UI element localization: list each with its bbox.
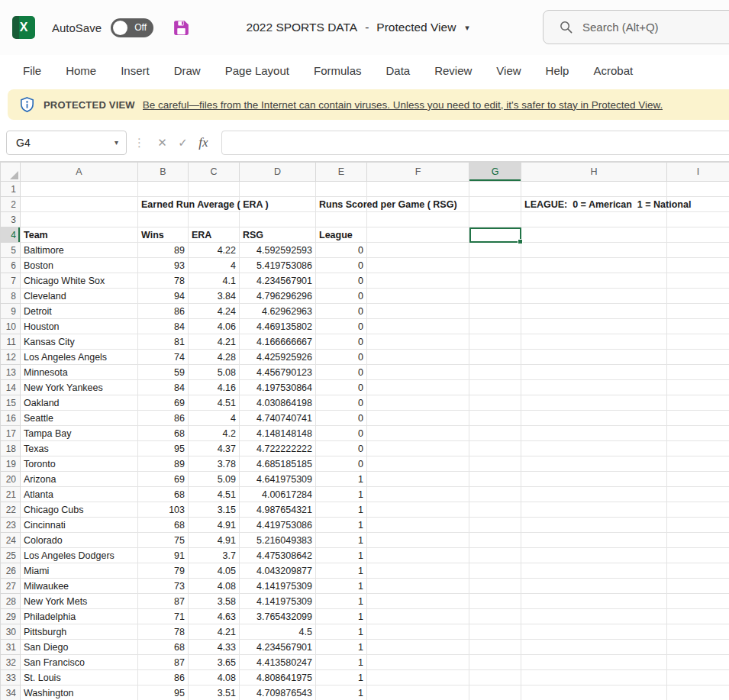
cancel-icon[interactable]: ✕ bbox=[152, 136, 173, 150]
excel-app-icon[interactable]: X bbox=[12, 16, 35, 39]
cell-G2[interactable] bbox=[469, 197, 521, 212]
cell-C5[interactable]: 4.22 bbox=[189, 243, 240, 258]
cell-E4[interactable]: League bbox=[316, 227, 367, 243]
cell-I30[interactable] bbox=[667, 624, 729, 640]
cell-F15[interactable] bbox=[367, 395, 469, 411]
cell-E24[interactable]: 1 bbox=[316, 533, 367, 548]
cell-I20[interactable] bbox=[667, 472, 729, 487]
cell-D24[interactable]: 5.216049383 bbox=[240, 533, 316, 548]
cell-B7[interactable]: 78 bbox=[138, 273, 189, 289]
cell-F7[interactable] bbox=[367, 273, 469, 289]
cell-C13[interactable]: 5.08 bbox=[189, 365, 240, 380]
cell-F6[interactable] bbox=[367, 258, 469, 273]
cell-E21[interactable]: 1 bbox=[316, 487, 367, 502]
cell-H16[interactable] bbox=[521, 411, 667, 426]
row-header-22[interactable]: 22 bbox=[1, 502, 21, 518]
cell-G28[interactable] bbox=[469, 594, 521, 609]
row-header-34[interactable]: 34 bbox=[1, 685, 21, 700]
row-header-3[interactable]: 3 bbox=[1, 212, 21, 227]
autosave-toggle[interactable]: Off bbox=[111, 18, 153, 37]
cell-B28[interactable]: 87 bbox=[138, 594, 189, 609]
row-header-9[interactable]: 9 bbox=[1, 304, 21, 319]
cell-I19[interactable] bbox=[667, 456, 729, 472]
cell-B30[interactable]: 78 bbox=[138, 624, 189, 640]
cell-F16[interactable] bbox=[367, 411, 469, 426]
column-header-I[interactable]: I bbox=[667, 163, 729, 182]
cell-E23[interactable]: 1 bbox=[316, 518, 367, 533]
cell-F29[interactable] bbox=[367, 609, 469, 624]
cell-G12[interactable] bbox=[469, 350, 521, 365]
cell-H9[interactable] bbox=[521, 304, 667, 319]
cell-D27[interactable]: 4.141975309 bbox=[240, 579, 316, 594]
cell-A2[interactable] bbox=[21, 197, 138, 212]
cell-F19[interactable] bbox=[367, 456, 469, 472]
cell-C28[interactable]: 3.58 bbox=[189, 594, 240, 609]
cell-B21[interactable]: 68 bbox=[138, 487, 189, 502]
row-header-15[interactable]: 15 bbox=[1, 395, 21, 411]
cell-I17[interactable] bbox=[667, 426, 729, 441]
cell-B6[interactable]: 93 bbox=[138, 258, 189, 273]
cell-I5[interactable] bbox=[667, 243, 729, 258]
cell-H15[interactable] bbox=[521, 395, 667, 411]
cell-F14[interactable] bbox=[367, 380, 469, 395]
cell-H7[interactable] bbox=[521, 273, 667, 289]
cell-I23[interactable] bbox=[667, 518, 729, 533]
cell-F11[interactable] bbox=[367, 334, 469, 350]
cell-E28[interactable]: 1 bbox=[316, 594, 367, 609]
cell-A1[interactable] bbox=[21, 182, 138, 197]
cell-D17[interactable]: 4.148148148 bbox=[240, 426, 316, 441]
cell-I13[interactable] bbox=[667, 365, 729, 380]
cell-G11[interactable] bbox=[469, 334, 521, 350]
cell-G30[interactable] bbox=[469, 624, 521, 640]
name-box-chevron-icon[interactable]: ▾ bbox=[115, 138, 118, 147]
cell-H1[interactable] bbox=[521, 182, 667, 197]
cell-H32[interactable] bbox=[521, 655, 667, 670]
cell-B13[interactable]: 59 bbox=[138, 365, 189, 380]
cell-I7[interactable] bbox=[667, 273, 729, 289]
cell-H3[interactable] bbox=[521, 212, 667, 227]
cell-A3[interactable] bbox=[21, 212, 138, 227]
cell-C25[interactable]: 3.7 bbox=[189, 548, 240, 563]
cell-C29[interactable]: 4.63 bbox=[189, 609, 240, 624]
cell-B22[interactable]: 103 bbox=[138, 502, 189, 518]
cell-E19[interactable]: 0 bbox=[316, 456, 367, 472]
cell-E33[interactable]: 1 bbox=[316, 670, 367, 685]
cell-B17[interactable]: 68 bbox=[138, 426, 189, 441]
cell-A25[interactable]: Los Angeles Dodgers bbox=[21, 548, 138, 563]
cell-D20[interactable]: 4.641975309 bbox=[240, 472, 316, 487]
cell-B1[interactable] bbox=[138, 182, 189, 197]
cell-H30[interactable] bbox=[521, 624, 667, 640]
cell-E15[interactable]: 0 bbox=[316, 395, 367, 411]
cell-E18[interactable]: 0 bbox=[316, 441, 367, 456]
cell-C3[interactable] bbox=[189, 212, 240, 227]
cell-C21[interactable]: 4.51 bbox=[189, 487, 240, 502]
cell-E11[interactable]: 0 bbox=[316, 334, 367, 350]
cell-C20[interactable]: 5.09 bbox=[189, 472, 240, 487]
row-header-20[interactable]: 20 bbox=[1, 472, 21, 487]
cell-G27[interactable] bbox=[469, 579, 521, 594]
cell-A33[interactable]: St. Louis bbox=[21, 670, 138, 685]
cell-H5[interactable] bbox=[521, 243, 667, 258]
cell-E34[interactable]: 1 bbox=[316, 685, 367, 700]
cell-H13[interactable] bbox=[521, 365, 667, 380]
cell-H10[interactable] bbox=[521, 319, 667, 334]
cell-H28[interactable] bbox=[521, 594, 667, 609]
cell-A24[interactable]: Colorado bbox=[21, 533, 138, 548]
cell-C22[interactable]: 3.15 bbox=[189, 502, 240, 518]
cell-C6[interactable]: 4 bbox=[189, 258, 240, 273]
cell-F18[interactable] bbox=[367, 441, 469, 456]
cell-E14[interactable]: 0 bbox=[316, 380, 367, 395]
cell-C19[interactable]: 3.78 bbox=[189, 456, 240, 472]
cell-A21[interactable]: Atlanta bbox=[21, 487, 138, 502]
row-header-12[interactable]: 12 bbox=[1, 350, 21, 365]
cell-A5[interactable]: Baltimore bbox=[21, 243, 138, 258]
cell-G13[interactable] bbox=[469, 365, 521, 380]
cell-B34[interactable]: 95 bbox=[138, 685, 189, 700]
cell-I34[interactable] bbox=[667, 685, 729, 700]
cell-H25[interactable] bbox=[521, 548, 667, 563]
cell-F13[interactable] bbox=[367, 365, 469, 380]
cell-D9[interactable]: 4.62962963 bbox=[240, 304, 316, 319]
cell-F20[interactable] bbox=[367, 472, 469, 487]
select-all-corner[interactable] bbox=[1, 163, 21, 182]
cell-G10[interactable] bbox=[469, 319, 521, 334]
